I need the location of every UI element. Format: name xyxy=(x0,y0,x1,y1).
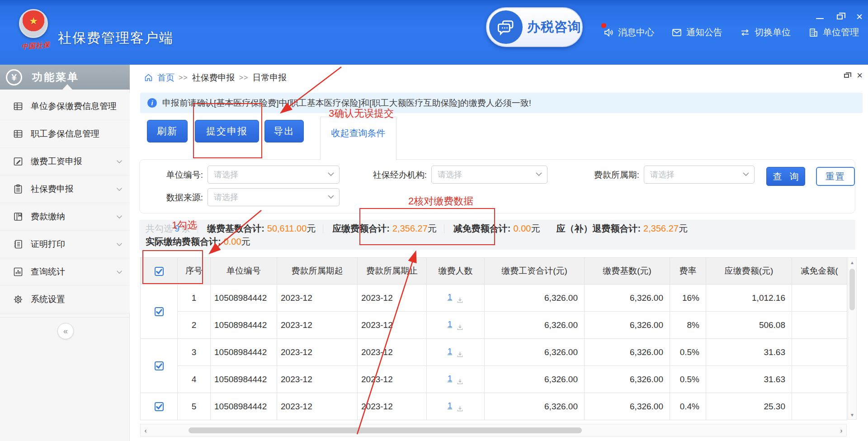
payers-link[interactable]: 1 xyxy=(448,346,453,356)
sidebar-footer: « xyxy=(0,317,130,344)
horizontal-scroll-thumb[interactable] xyxy=(189,427,582,433)
nav-message-center[interactable]: 消息中心 xyxy=(603,26,654,38)
unit-number-select[interactable]: 请选择 xyxy=(208,166,340,184)
app-title: 社保费管理客户端 xyxy=(58,29,174,47)
sidebar-menu-list: 单位参保缴费信息管理职工参保信息管理缴费工资申报社保费申报费款缴纳证明打印查询统… xyxy=(0,93,130,313)
amount-cell: 31.63 xyxy=(706,366,792,393)
sidebar-item-4[interactable]: 费款缴纳 xyxy=(0,203,130,231)
chevron-down-icon xyxy=(116,187,123,191)
submit-declaration-button[interactable]: 提交申报 xyxy=(195,120,259,142)
panel-restore-icon[interactable] xyxy=(844,74,849,78)
download-icon[interactable] xyxy=(457,405,463,412)
restore-button[interactable] xyxy=(835,12,844,22)
home-icon[interactable] xyxy=(144,73,153,82)
sidebar-item-label: 证明打印 xyxy=(31,238,65,250)
amount-cell: 1,012.16 xyxy=(706,285,792,312)
nav-label: 通知公告 xyxy=(686,26,722,38)
sidebar-item-7[interactable]: 系统设置 xyxy=(0,286,130,313)
sidebar-item-6[interactable]: 查询统计 xyxy=(0,258,130,286)
row-checkbox[interactable] xyxy=(155,402,164,411)
row-checkbox-cell xyxy=(141,285,178,339)
minimize-button[interactable] xyxy=(815,12,825,22)
sidebar-item-2[interactable]: 缴费工资申报 xyxy=(0,148,130,175)
chevron-down-icon xyxy=(328,194,334,199)
checked-count: 9 xyxy=(175,223,179,234)
panel-close-icon[interactable]: × xyxy=(857,72,863,79)
select-all-cell xyxy=(141,258,178,285)
deduction-cell xyxy=(792,366,847,393)
download-icon[interactable] xyxy=(457,297,463,303)
collapse-query-tab[interactable]: 收起查询条件 xyxy=(320,117,396,160)
seq-cell: 2 xyxy=(178,312,211,339)
sidebar-item-label: 缴费工资申报 xyxy=(31,156,82,167)
chevron-down-icon xyxy=(743,172,749,176)
breadcrumb-item[interactable]: 社保费申报 xyxy=(192,72,235,84)
select-all-checkbox[interactable] xyxy=(155,267,164,276)
scroll-left-arrow[interactable]: ‹ xyxy=(141,424,151,436)
nav-switch-unit[interactable]: 切换单位 xyxy=(740,26,791,38)
summary-label: 实际缴纳费额合计: xyxy=(146,236,221,248)
summary-unit: 元 xyxy=(531,223,540,235)
summary-value: 2,356.27 xyxy=(643,223,679,234)
row-checkbox[interactable] xyxy=(155,361,164,370)
nav-unit-management[interactable]: 单位管理 xyxy=(808,26,859,38)
select-placeholder: 请选择 xyxy=(214,169,238,180)
payers-cell: 1 xyxy=(427,312,485,339)
start-cell: 2023-12 xyxy=(277,312,358,339)
deduction-cell xyxy=(792,312,847,339)
query-button[interactable]: 查 询 xyxy=(766,167,805,186)
row-checkbox[interactable] xyxy=(155,307,164,316)
vertical-scroll-thumb[interactable] xyxy=(849,269,855,310)
breadcrumb-separator: >> xyxy=(239,74,249,82)
declaration-table-wrap: 序号单位编号费款所属期起费款所属期止缴费人数缴费工资合计(元)缴费基数(元)费率… xyxy=(140,257,847,420)
agency-select[interactable]: 请选择 xyxy=(431,166,547,184)
export-button[interactable]: 导出 xyxy=(264,120,304,142)
grid-icon xyxy=(13,128,24,139)
refresh-button[interactable]: 刷新 xyxy=(147,120,188,142)
sidebar-item-0[interactable]: 单位参保缴费信息管理 xyxy=(0,93,130,120)
fee-period-select[interactable]: 请选择 xyxy=(644,166,755,184)
notification-badge xyxy=(601,23,606,28)
horizontal-scrollbar[interactable]: ‹ › xyxy=(140,424,847,436)
payers-cell: 1 xyxy=(427,393,485,420)
amount-cell: 506.08 xyxy=(706,312,792,339)
end-cell: 2023-12 xyxy=(358,393,427,420)
sidebar-item-3[interactable]: 社保费申报 xyxy=(0,175,130,203)
summary-value: 2,356.27 xyxy=(392,223,428,234)
payers-link[interactable]: 1 xyxy=(448,374,453,384)
agency-label: 社保经办机构: xyxy=(345,169,427,181)
breadcrumb-home[interactable]: 首页 xyxy=(157,72,175,84)
payers-link[interactable]: 1 xyxy=(448,319,453,329)
download-icon[interactable] xyxy=(457,324,463,331)
summary-divider xyxy=(444,224,444,233)
sidebar-item-1[interactable]: 职工参保信息管理 xyxy=(0,120,130,148)
start-cell: 2023-12 xyxy=(277,393,358,420)
scroll-down-arrow[interactable]: ▼ xyxy=(848,410,856,419)
app-window: ★ 中国社保 社保费管理客户端 办税咨询 xyxy=(0,0,868,441)
notebook-icon xyxy=(13,239,24,250)
close-button[interactable]: × xyxy=(854,12,864,22)
table-header-row: 序号单位编号费款所属期起费款所属期止缴费人数缴费工资合计(元)缴费基数(元)费率… xyxy=(141,258,847,285)
summary-value: 0.00 xyxy=(514,223,531,234)
fee-period-label: 费款所属期: xyxy=(558,169,639,181)
rate-cell: 0.5% xyxy=(670,339,706,366)
nav-label: 切换单位 xyxy=(755,26,791,38)
download-icon[interactable] xyxy=(457,351,463,358)
vertical-scrollbar[interactable]: ▲ ▼ xyxy=(848,257,857,420)
scroll-right-arrow[interactable]: › xyxy=(836,424,846,436)
download-icon[interactable] xyxy=(457,378,463,385)
scroll-up-arrow[interactable]: ▲ xyxy=(848,258,856,267)
nav-notice-board[interactable]: 通知公告 xyxy=(671,26,722,38)
unit-number-label: 单位编号: xyxy=(153,169,203,181)
salary-cell: 6,326.00 xyxy=(485,393,585,420)
payers-link[interactable]: 1 xyxy=(448,401,453,411)
yen-icon: ¥ xyxy=(6,69,22,85)
data-source-select[interactable]: 请选择 xyxy=(208,188,340,206)
national-emblem-logo: ★ xyxy=(19,9,48,38)
sidebar-collapse-button[interactable]: « xyxy=(57,323,74,339)
reset-button[interactable]: 重置 xyxy=(816,167,855,186)
tax-consult-button[interactable]: 办税咨询 xyxy=(486,7,583,47)
sidebar-item-5[interactable]: 证明打印 xyxy=(0,231,130,258)
header-nav: 消息中心 通知公告 切换单位 xyxy=(603,26,859,38)
payers-link[interactable]: 1 xyxy=(448,292,453,302)
